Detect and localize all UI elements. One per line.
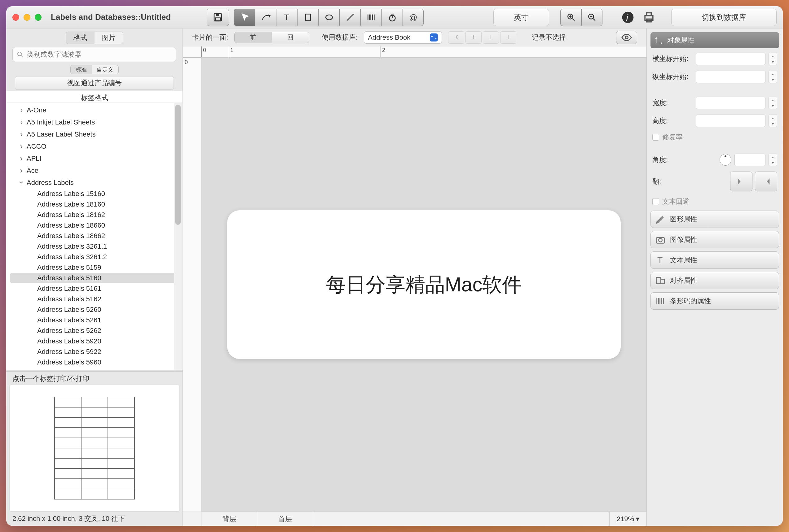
search-field[interactable] bbox=[27, 51, 172, 58]
tree-category[interactable]: A-One bbox=[6, 104, 183, 116]
subtab-standard[interactable]: 标准 bbox=[71, 65, 92, 74]
search-input[interactable] bbox=[13, 47, 176, 62]
format-tree[interactable]: A-OneA5 Inkjet Label SheetsA5 Laser Labe… bbox=[6, 102, 183, 370]
section-barcode[interactable]: 条形码的属性 bbox=[650, 292, 779, 310]
section-image[interactable]: 图像属性 bbox=[650, 231, 779, 248]
tree-item[interactable]: Address Labels 18160 bbox=[6, 199, 183, 210]
preview-cell[interactable] bbox=[55, 479, 81, 489]
at-tool[interactable]: @ bbox=[403, 9, 424, 26]
save-button[interactable] bbox=[207, 9, 229, 26]
flip-vertical-button[interactable] bbox=[755, 172, 777, 191]
w-input[interactable] bbox=[696, 97, 766, 109]
nav-next-button[interactable] bbox=[483, 31, 499, 44]
preview-cell[interactable] bbox=[81, 417, 108, 428]
side-front-button[interactable]: 前 bbox=[235, 32, 272, 43]
tree-item[interactable]: Address Labels 5261 bbox=[6, 315, 183, 325]
label-preview[interactable] bbox=[9, 385, 180, 512]
tree-item[interactable]: Address Labels 18162 bbox=[6, 210, 183, 220]
nav-last-button[interactable] bbox=[500, 31, 516, 44]
preview-cell[interactable] bbox=[55, 417, 81, 428]
side-back-button[interactable]: 回 bbox=[272, 32, 309, 43]
x-stepper[interactable]: ▴▾ bbox=[769, 53, 777, 65]
tree-item[interactable]: Address Labels 15160 bbox=[6, 189, 183, 199]
tree-item[interactable]: Address Labels 5260 bbox=[6, 304, 183, 315]
y-input[interactable] bbox=[696, 71, 766, 83]
pointer-tool[interactable] bbox=[234, 9, 255, 26]
zoom-out-button[interactable] bbox=[581, 9, 602, 26]
preview-cell[interactable] bbox=[55, 407, 81, 417]
preview-cell[interactable] bbox=[108, 397, 134, 407]
scrollbar-thumb[interactable] bbox=[175, 104, 181, 225]
angle-knob[interactable] bbox=[720, 154, 731, 166]
x-input[interactable] bbox=[696, 53, 766, 65]
preview-cell[interactable] bbox=[55, 448, 81, 458]
preview-cell[interactable] bbox=[55, 397, 81, 407]
close-button[interactable] bbox=[13, 14, 19, 21]
preview-cell[interactable] bbox=[55, 489, 81, 499]
tree-item[interactable]: Address Labels 5161 bbox=[6, 283, 183, 294]
y-stepper[interactable]: ▴▾ bbox=[769, 71, 777, 83]
preview-cell[interactable] bbox=[55, 438, 81, 448]
preview-cell[interactable] bbox=[108, 458, 134, 469]
preview-toggle-button[interactable] bbox=[616, 31, 637, 44]
preview-cell[interactable] bbox=[81, 458, 108, 469]
print-button[interactable] bbox=[641, 9, 657, 25]
preview-cell[interactable] bbox=[108, 407, 134, 417]
angle-stepper[interactable]: ▴▾ bbox=[769, 154, 777, 166]
preview-cell[interactable] bbox=[108, 489, 134, 499]
h-stepper[interactable]: ▴▾ bbox=[769, 115, 777, 127]
arc-tool[interactable] bbox=[255, 9, 276, 26]
preview-cell[interactable] bbox=[108, 438, 134, 448]
flip-horizontal-button[interactable] bbox=[730, 172, 752, 191]
text-wrap-checkbox[interactable] bbox=[652, 198, 659, 205]
layer-back-tab[interactable]: 背层 bbox=[201, 512, 257, 526]
database-select[interactable]: Address Book ⌃⌄ bbox=[364, 31, 442, 44]
tree-item[interactable]: Address Labels 5922 bbox=[6, 346, 183, 357]
tab-format[interactable]: 格式 bbox=[66, 32, 94, 44]
tree-item[interactable]: Address Labels 5160 bbox=[10, 273, 179, 283]
preview-cell[interactable] bbox=[81, 448, 108, 458]
tree-category-open[interactable]: Address Labels bbox=[6, 176, 183, 189]
label-text[interactable]: 每日分享精品Mac软件 bbox=[326, 271, 522, 298]
zoom-display[interactable]: 219% ▾ bbox=[609, 512, 646, 526]
section-align[interactable]: 对齐属性 bbox=[650, 272, 779, 289]
preview-cell[interactable] bbox=[81, 469, 108, 479]
line-tool[interactable] bbox=[340, 9, 361, 26]
subtab-custom[interactable]: 自定义 bbox=[92, 65, 118, 74]
preview-cell[interactable] bbox=[81, 489, 108, 499]
preview-cell[interactable] bbox=[108, 479, 134, 489]
view-by-button[interactable]: 视图通过产品编号 bbox=[15, 76, 174, 90]
label-card[interactable]: 每日分享精品Mac软件 bbox=[227, 210, 621, 359]
nav-prev-button[interactable] bbox=[465, 31, 481, 44]
preview-cell[interactable] bbox=[55, 458, 81, 469]
section-text[interactable]: T 文本属性 bbox=[650, 251, 779, 269]
preview-cell[interactable] bbox=[81, 438, 108, 448]
tree-item[interactable]: Address Labels 5159 bbox=[6, 262, 183, 273]
preview-cell[interactable] bbox=[81, 479, 108, 489]
tree-category[interactable]: Ace bbox=[6, 165, 183, 176]
tree-category[interactable]: A5 Inkjet Label Sheets bbox=[6, 116, 183, 128]
tree-item[interactable]: Address Labels 18660 bbox=[6, 220, 183, 231]
switch-database-button[interactable]: 切换到数据库 bbox=[671, 9, 776, 26]
tree-item[interactable]: Address Labels 18662 bbox=[6, 231, 183, 241]
nav-first-button[interactable] bbox=[448, 31, 464, 44]
preview-cell[interactable] bbox=[81, 407, 108, 417]
preview-cell[interactable] bbox=[108, 417, 134, 428]
tree-category[interactable]: ACCO bbox=[6, 140, 183, 152]
fix-ratio-checkbox[interactable] bbox=[652, 134, 659, 140]
tree-scrollbar[interactable] bbox=[174, 103, 182, 370]
zoom-in-button[interactable] bbox=[560, 9, 581, 26]
tree-item[interactable]: Address Labels 5162 bbox=[6, 294, 183, 304]
preview-cell[interactable] bbox=[55, 428, 81, 438]
tree-item[interactable]: Address Labels 5960 bbox=[6, 357, 183, 367]
preview-cell[interactable] bbox=[81, 428, 108, 438]
tree-item[interactable]: Address Labels 3261.2 bbox=[6, 252, 183, 262]
ellipse-tool[interactable] bbox=[318, 9, 340, 26]
tab-image[interactable]: 图片 bbox=[94, 32, 123, 44]
barcode-tool[interactable] bbox=[361, 9, 382, 26]
preview-grid[interactable] bbox=[54, 397, 135, 499]
tree-item[interactable]: Address Labels 5262 bbox=[6, 325, 183, 336]
preview-cell[interactable] bbox=[108, 469, 134, 479]
preview-cell[interactable] bbox=[108, 428, 134, 438]
info-button[interactable]: i bbox=[620, 9, 636, 25]
